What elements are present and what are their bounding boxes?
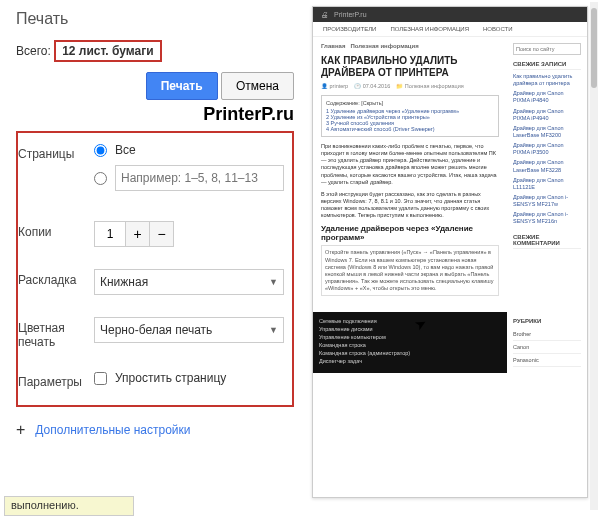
preview-site-name: PrinterP.ru — [334, 11, 367, 18]
printer-icon: 🖨 — [321, 11, 328, 18]
logo-text: PrinterP.ru — [16, 104, 294, 125]
preview-breadcrumb: Главная Полезная информация — [321, 43, 499, 49]
color-value: Черно-белая печать — [100, 323, 212, 337]
copies-plus[interactable]: + — [125, 222, 149, 246]
status-note: выполнению. — [4, 496, 134, 516]
options-label: Параметры — [18, 371, 94, 389]
pages-range-input[interactable] — [115, 165, 284, 191]
chevron-down-icon: ▼ — [269, 325, 278, 335]
copies-minus[interactable]: − — [149, 222, 173, 246]
layout-select[interactable]: Книжная ▼ — [94, 269, 284, 295]
preview-nav: ПРОИЗВОДИТЕЛИ ПОЛЕЗНАЯ ИНФОРМАЦИЯ НОВОСТ… — [313, 22, 587, 37]
print-preview: 🖨 PrinterP.ru ПРОИЗВОДИТЕЛИ ПОЛЕЗНАЯ ИНФ… — [312, 6, 588, 498]
preview-comments-title: СВЕЖИЕ КОММЕНТАРИИ — [513, 234, 581, 249]
total-label: Всего: — [16, 44, 51, 58]
color-label: Цветная печать — [18, 317, 94, 349]
preview-h2: Удаление драйверов через «Удаление прогр… — [321, 224, 499, 242]
preview-toc: Содержание: [Скрыть] 1 Удаление драйверо… — [321, 95, 499, 137]
copies-label: Копии — [18, 221, 94, 239]
chevron-down-icon: ▼ — [269, 277, 278, 287]
simplify-label: Упростить страницу — [115, 371, 226, 385]
print-button[interactable]: Печать — [146, 72, 218, 100]
more-settings-label: Дополнительные настройки — [35, 423, 190, 437]
preview-paragraph: При возникновении каких-либо проблем с п… — [321, 143, 499, 186]
preview-recent-title: СВЕЖИЕ ЗАПИСИ — [513, 61, 581, 70]
pages-range-radio[interactable] — [94, 172, 107, 185]
form-highlight: Страницы Все Копии + − — [16, 131, 294, 407]
preview-rubrics: РУБРИКИ Brother Canon Panasonic — [507, 312, 587, 373]
preview-article-title: КАК ПРАВИЛЬНО УДАЛИТЬ ДРАЙВЕРА ОТ ПРИНТЕ… — [321, 55, 499, 79]
preview-footer-menu: Сетевые подключения Управление дисками У… — [313, 312, 507, 373]
preview-nav-item: НОВОСТИ — [483, 26, 513, 32]
plus-icon: + — [16, 421, 25, 439]
preview-paragraph: В этой инструкции будет рассказано, как … — [321, 191, 499, 220]
cancel-button[interactable]: Отмена — [221, 72, 294, 100]
copies-input[interactable] — [95, 222, 125, 246]
layout-value: Книжная — [100, 275, 148, 289]
preview-search-input — [513, 43, 581, 55]
total-value-box: 12 лист. бумаги — [54, 40, 161, 62]
preview-nav-item: ПРОИЗВОДИТЕЛИ — [323, 26, 376, 32]
preview-meta: 👤 printerp 🕑 07.04.2016 📁 Полезная инфор… — [321, 83, 499, 89]
preview-site-header: 🖨 PrinterP.ru — [313, 7, 587, 22]
vertical-scrollbar[interactable] — [590, 2, 598, 510]
copies-stepper: + − — [94, 221, 174, 247]
preview-nav-item: ПОЛЕЗНАЯ ИНФОРМАЦИЯ — [390, 26, 469, 32]
layout-label: Раскладка — [18, 269, 94, 287]
dialog-title: Печать — [16, 10, 294, 28]
total-row: Всего: 12 лист. бумаги — [16, 40, 294, 62]
simplify-checkbox[interactable] — [94, 372, 107, 385]
preview-quote: Откройте панель управления («Пуск» → «Па… — [321, 245, 499, 296]
more-settings-toggle[interactable]: + Дополнительные настройки — [16, 421, 294, 439]
preview-recent-list: Как правильно удалить драйвера от принте… — [513, 73, 581, 226]
color-select[interactable]: Черно-белая печать ▼ — [94, 317, 284, 343]
pages-label: Страницы — [18, 143, 94, 161]
pages-all-radio[interactable] — [94, 144, 107, 157]
pages-all-label: Все — [115, 143, 136, 157]
